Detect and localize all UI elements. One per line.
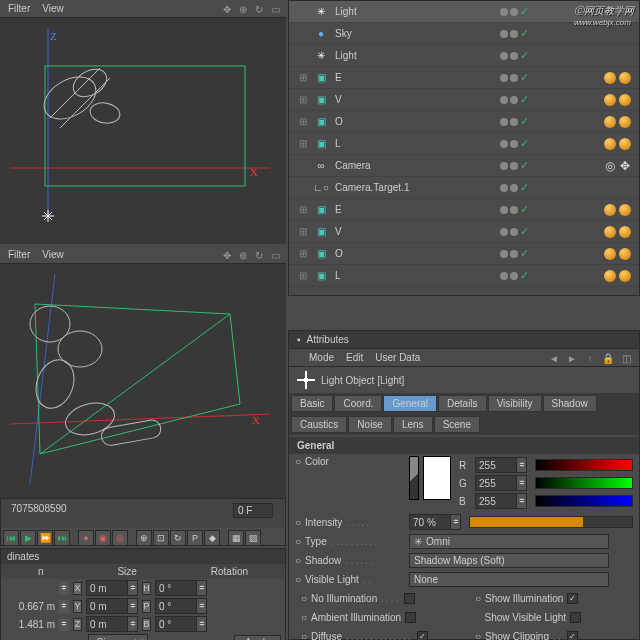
svg-point-5	[88, 101, 121, 126]
type-select[interactable]: ✳Omni	[409, 534, 609, 549]
apply-button[interactable]: Apply	[234, 635, 281, 640]
play-fwd-button[interactable]: ⏩	[37, 530, 53, 546]
svg-point-17	[58, 331, 102, 367]
key-pla-button[interactable]: ◆	[204, 530, 220, 546]
object-row[interactable]: ⊞▣O✓	[289, 243, 639, 265]
key-rot-button[interactable]: ↻	[170, 530, 186, 546]
zoom-icon[interactable]: ⊕	[236, 248, 250, 262]
menu-filter[interactable]: Filter	[8, 3, 30, 14]
object-row[interactable]: ∞Camera✓◎✥	[289, 155, 639, 177]
color-picker-icon[interactable]	[409, 456, 419, 500]
key-param-button[interactable]: P	[187, 530, 203, 546]
visible-light-select[interactable]: None	[409, 572, 609, 587]
menu-mode[interactable]: Mode	[309, 352, 334, 363]
menu-filter2[interactable]: Filter	[8, 249, 30, 260]
object-row[interactable]: ⊞▣L✓	[289, 265, 639, 287]
svg-line-15	[40, 314, 230, 454]
b-slider[interactable]	[535, 495, 633, 507]
color-swatch[interactable]	[423, 456, 451, 500]
object-row[interactable]: ⊞▣E✓	[289, 199, 639, 221]
play-start-button[interactable]: ⏮	[3, 530, 19, 546]
autokey-button[interactable]: ◎	[112, 530, 128, 546]
coord-row: ≑X≑H≑	[1, 579, 285, 597]
tabs-row1: BasicCoord.GeneralDetailsVisibilityShado…	[289, 393, 639, 414]
max-icon[interactable]: ▭	[268, 248, 282, 262]
attributes-title: Attributes	[307, 334, 349, 345]
tab-visibility[interactable]: Visibility	[488, 395, 542, 412]
move-icon[interactable]: ✥	[220, 248, 234, 262]
object-row[interactable]: ✳Light✓	[289, 45, 639, 67]
frame-field[interactable]: 0 F	[233, 503, 273, 518]
intensity-input[interactable]: ≑	[409, 514, 461, 530]
tab-caustics[interactable]: Caustics	[291, 416, 347, 433]
viewport-persp[interactable]: X	[0, 264, 286, 498]
new-icon[interactable]: ◫	[619, 351, 633, 365]
record-button[interactable]: ●	[78, 530, 94, 546]
object-head: Light Object [Light]	[321, 375, 404, 386]
key-scale-button[interactable]: ⊡	[153, 530, 169, 546]
tab-details[interactable]: Details	[438, 395, 487, 412]
show-clip-check[interactable]	[567, 631, 578, 641]
b-input[interactable]: ≑	[475, 493, 527, 509]
key-button[interactable]: ◉	[95, 530, 111, 546]
object-row[interactable]: ∟○Camera.Target.1✓	[289, 177, 639, 199]
coord-title: dinates	[1, 549, 285, 564]
no-illum-check[interactable]	[404, 593, 415, 604]
tab-general[interactable]: General	[383, 395, 437, 412]
object-row[interactable]: ⊞▣V✓	[289, 89, 639, 111]
menu-edit[interactable]: Edit	[346, 352, 363, 363]
show-vis-check	[570, 612, 581, 623]
svg-marker-14	[35, 304, 240, 454]
r-slider[interactable]	[535, 459, 633, 471]
menu-view2[interactable]: View	[42, 249, 64, 260]
back-icon[interactable]: ◄	[547, 351, 561, 365]
diffuse-check[interactable]	[417, 631, 428, 641]
viewport-top[interactable]: Z X	[0, 18, 286, 244]
object-manager: ✳Light✓●Sky✓✳Light✓⊞▣E✓⊞▣V✓⊞▣O✓⊞▣L✓∞Came…	[288, 0, 640, 296]
object-row[interactable]: ⊞▣L✓	[289, 133, 639, 155]
object-row[interactable]: ⊞▣E✓	[289, 67, 639, 89]
play-button[interactable]: ▶	[20, 530, 36, 546]
zoom-icon[interactable]: ⊕	[236, 2, 250, 16]
max-icon[interactable]: ▭	[268, 2, 282, 16]
viewport2-menubar[interactable]: Filter View ✥ ⊕ ↻ ▭	[0, 246, 286, 264]
timeline-ruler[interactable]: 70 75 80 85 90 0 F	[1, 499, 285, 528]
object-row[interactable]: ⊞▣V✓	[289, 221, 639, 243]
svg-rect-20	[100, 419, 162, 447]
play-end-button[interactable]: ⏭	[54, 530, 70, 546]
show-illum-check[interactable]	[567, 593, 578, 604]
shadow-select[interactable]: Shadow Maps (Soft)	[409, 553, 609, 568]
tab-scene[interactable]: Scene	[434, 416, 480, 433]
size-select[interactable]: Size	[88, 634, 148, 640]
menu-view[interactable]: View	[42, 3, 64, 14]
opt1-button[interactable]: ▦	[228, 530, 244, 546]
move-icon[interactable]: ✥	[220, 2, 234, 16]
tab-basic[interactable]: Basic	[291, 395, 333, 412]
opt2-button[interactable]: ▨	[245, 530, 261, 546]
ambient-check[interactable]	[405, 612, 416, 623]
menu-userdata[interactable]: User Data	[375, 352, 420, 363]
fwd-icon[interactable]: ►	[565, 351, 579, 365]
coord-row: 1.481 m≑Z≑B≑	[1, 615, 285, 633]
attributes-menubar: Mode Edit User Data ◄ ► ↑ 🔒 ◫	[289, 349, 639, 367]
light-icon	[297, 371, 315, 389]
r-input[interactable]: ≑	[475, 457, 527, 473]
svg-line-12	[10, 414, 270, 424]
viewport1-menubar[interactable]: Filter View ✥ ⊕ ↻ ▭	[0, 0, 286, 18]
up-icon[interactable]: ↑	[583, 351, 597, 365]
viewport-wireframe	[0, 18, 286, 244]
intensity-slider[interactable]	[469, 516, 633, 528]
svg-point-19	[62, 398, 118, 440]
g-slider[interactable]	[535, 477, 633, 489]
g-input[interactable]: ≑	[475, 475, 527, 491]
object-row[interactable]: ⊞▣O✓	[289, 111, 639, 133]
rotate-icon[interactable]: ↻	[252, 2, 266, 16]
svg-line-6	[50, 68, 100, 118]
tab-noise[interactable]: Noise	[348, 416, 392, 433]
lock-icon[interactable]: 🔒	[601, 351, 615, 365]
tab-coord.[interactable]: Coord.	[334, 395, 382, 412]
rotate-icon[interactable]: ↻	[252, 248, 266, 262]
tab-shadow[interactable]: Shadow	[543, 395, 597, 412]
key-pos-button[interactable]: ⊕	[136, 530, 152, 546]
tab-lens[interactable]: Lens	[393, 416, 433, 433]
